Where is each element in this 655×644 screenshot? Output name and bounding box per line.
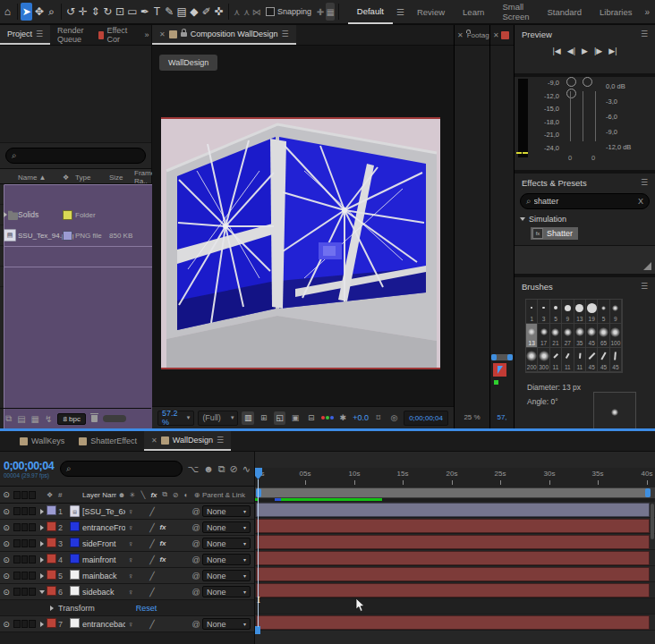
- brush-preset[interactable]: 45: [610, 348, 622, 372]
- brush-preset[interactable]: 65: [598, 324, 609, 348]
- parent-link-column-header[interactable]: Parent & Link: [202, 491, 254, 499]
- eye-icon[interactable]: ⊙: [0, 523, 13, 532]
- transform-property-row[interactable]: Transform Reset: [0, 600, 254, 616]
- close-icon[interactable]: ✕: [151, 436, 157, 445]
- layer-row-5[interactable]: ⊙ 5 mainback ♀ ╱ @ None▾: [0, 568, 254, 584]
- level-knob[interactable]: [566, 77, 576, 87]
- brush-preset[interactable]: 21: [550, 324, 562, 348]
- layer-row-6[interactable]: ⊙ 6 sideback ♀ ╱ @ None▾: [0, 584, 254, 600]
- first-frame-button[interactable]: |◀: [553, 47, 561, 55]
- layer-bar-row-5[interactable]: [255, 566, 655, 582]
- magnification-dropdown[interactable]: 57.2 % ▾: [157, 411, 194, 426]
- current-time-display[interactable]: 0;00;00;04 00004 (29.97 fps): [4, 460, 55, 479]
- effect-item-shatter[interactable]: fx Shatter: [531, 227, 578, 240]
- panel-menu-icon[interactable]: ☰: [641, 282, 648, 291]
- parent-dropdown[interactable]: None▾: [202, 570, 251, 581]
- audio-toggle[interactable]: [13, 539, 21, 547]
- layer-bar-row-3[interactable]: [255, 534, 655, 550]
- panel-menu-icon[interactable]: ☰: [217, 436, 224, 445]
- layer-bar-row-4[interactable]: [255, 550, 655, 566]
- solo-toggle[interactable]: [21, 539, 29, 547]
- effects-search-field[interactable]: [534, 197, 635, 206]
- anchor-point-tool-icon[interactable]: ⊡: [115, 3, 126, 21]
- solo-toggle[interactable]: [21, 507, 29, 515]
- audio-toggle[interactable]: [13, 507, 21, 515]
- transparency-grid-icon[interactable]: ⊞: [258, 411, 270, 425]
- quality-toggle[interactable]: ╱: [147, 507, 157, 516]
- brush-preset[interactable]: 35: [574, 324, 586, 348]
- lock-toggle[interactable]: [29, 588, 36, 596]
- expand-icon[interactable]: [40, 525, 44, 530]
- pickwhip-icon[interactable]: @: [190, 523, 202, 532]
- fx-badge[interactable]: fx: [157, 523, 168, 531]
- tab-walldesign[interactable]: ✕ WallDesign ☰: [144, 431, 231, 451]
- brush-preset[interactable]: 11: [562, 348, 574, 372]
- project-search-input[interactable]: ⌕: [5, 148, 146, 164]
- number-column-header[interactable]: #: [58, 491, 70, 499]
- audio-toggle[interactable]: [13, 588, 21, 596]
- zoom-tool-icon[interactable]: ⌕: [46, 3, 57, 21]
- eye-icon[interactable]: ⊙: [0, 555, 13, 564]
- composition-viewer[interactable]: WallDesign: [152, 46, 454, 406]
- rig-tool-icon[interactable]: ⋏: [233, 3, 242, 21]
- parent-dropdown[interactable]: None▾: [202, 505, 251, 517]
- channel-icon[interactable]: [321, 416, 334, 419]
- brush-tool-icon[interactable]: ✎: [164, 3, 175, 21]
- brush-preset[interactable]: 1: [526, 300, 538, 324]
- eye-icon[interactable]: ⊙: [0, 539, 13, 548]
- clone-stamp-tool-icon[interactable]: ▤: [176, 3, 188, 21]
- pixel-aspect-icon[interactable]: ⊟: [305, 411, 318, 425]
- brush-preset[interactable]: 27: [562, 324, 574, 348]
- tab-render-queue[interactable]: Render Queue: [50, 25, 91, 45]
- eraser-tool-icon[interactable]: ◆: [189, 3, 200, 21]
- layer-bar-row-7[interactable]: [255, 614, 655, 631]
- playhead[interactable]: [255, 468, 263, 479]
- quality-toggle[interactable]: ╱: [147, 620, 157, 629]
- selection-tool-icon[interactable]: ➤: [21, 3, 32, 21]
- home-icon[interactable]: ⌂: [2, 3, 13, 21]
- puppet-pin-tool-icon[interactable]: ✜: [213, 3, 225, 21]
- adjustment-switch-icon[interactable]: ◐: [181, 491, 191, 499]
- rig-tool-icon[interactable]: ⋏: [242, 3, 251, 21]
- expand-icon[interactable]: [40, 509, 44, 514]
- close-icon[interactable]: ✕: [493, 31, 499, 39]
- lock-toggle[interactable]: [29, 555, 36, 564]
- label-chip[interactable]: [47, 505, 56, 515]
- timeline-track-area[interactable]: 00s 05s 10s 15s 20s 25s 30s 35s 40s: [255, 452, 655, 644]
- interpret-footage-icon[interactable]: ⧉: [5, 413, 12, 424]
- last-frame-button[interactable]: ▶|: [608, 47, 617, 55]
- viewer2-magnification[interactable]: 57,: [490, 413, 514, 421]
- workspace-standard[interactable]: Standard: [538, 0, 591, 23]
- roto-brush-tool-icon[interactable]: ✐: [200, 3, 212, 21]
- orbit-camera-tool-icon[interactable]: ↺: [65, 3, 77, 21]
- transform-label[interactable]: Transform: [58, 604, 95, 613]
- clear-search-icon[interactable]: X: [638, 197, 643, 206]
- project-search-field[interactable]: [20, 151, 140, 160]
- quality-toggle[interactable]: ╱: [147, 572, 157, 580]
- parent-dropdown[interactable]: None▾: [202, 586, 251, 597]
- lock-icon[interactable]: [181, 32, 187, 37]
- workspace-review[interactable]: Review: [408, 0, 454, 23]
- panel-menu-icon[interactable]: ☰: [281, 30, 288, 38]
- vertical-scrollbar[interactable]: [651, 504, 654, 539]
- expand-icon[interactable]: [40, 573, 44, 579]
- reset-exposure-icon[interactable]: ✱: [337, 411, 350, 425]
- tab-project[interactable]: Project ☰: [0, 25, 50, 45]
- quality-switch-icon[interactable]: ╲: [138, 491, 149, 499]
- shy-toggle[interactable]: ♀: [125, 620, 136, 629]
- expand-icon[interactable]: [40, 541, 44, 547]
- brush-preset[interactable]: 3: [538, 300, 549, 324]
- snapshot-icon[interactable]: ⌑: [372, 411, 385, 425]
- shy-switch-icon[interactable]: ☻: [116, 491, 127, 499]
- level-knob[interactable]: [566, 89, 576, 98]
- expand-icon[interactable]: [40, 622, 44, 627]
- expand-icon[interactable]: [50, 606, 54, 611]
- reset-link[interactable]: Reset: [136, 604, 157, 613]
- workspace-default[interactable]: Default: [348, 0, 393, 24]
- snapping-toggle[interactable]: Snapping: [266, 7, 311, 16]
- next-frame-button[interactable]: |▶: [594, 47, 602, 55]
- project-row-walldesign[interactable]: ▦ WallDesign Composition 29,97: [0, 246, 151, 267]
- brush-preset[interactable]: 300: [538, 348, 549, 372]
- timeline-search-input[interactable]: ⌕: [60, 461, 183, 477]
- footage-magnification[interactable]: 25 %: [455, 413, 489, 421]
